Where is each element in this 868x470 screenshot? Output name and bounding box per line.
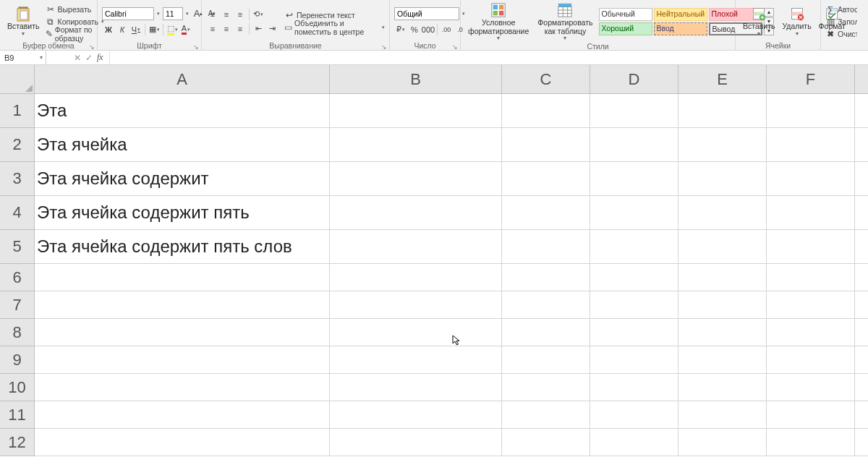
font-name-input[interactable] bbox=[102, 7, 154, 20]
percent-format-button[interactable]: % bbox=[408, 23, 421, 36]
cell[interactable] bbox=[330, 291, 502, 318]
style-neutral[interactable]: Нейтральный bbox=[654, 8, 707, 21]
cell-A4[interactable]: Эта ячейка содержит пять bbox=[35, 196, 330, 229]
fill-button[interactable]: ▥Заполн bbox=[825, 16, 857, 27]
bold-button[interactable]: Ж bbox=[102, 23, 115, 36]
comma-format-button[interactable]: 000 bbox=[422, 23, 435, 36]
row-header[interactable]: 4 bbox=[0, 196, 34, 230]
cell[interactable] bbox=[767, 374, 855, 401]
dialog-launcher-icon[interactable]: ↘ bbox=[193, 43, 199, 51]
style-input[interactable]: Ввод bbox=[654, 22, 707, 35]
style-good[interactable]: Хороший bbox=[599, 22, 652, 35]
cell[interactable] bbox=[330, 401, 502, 428]
paste-button[interactable]: Вставить▾ bbox=[4, 5, 43, 37]
cell[interactable] bbox=[330, 128, 502, 161]
row-header[interactable]: 8 bbox=[0, 319, 34, 346]
dialog-launcher-icon[interactable]: ↘ bbox=[381, 43, 387, 51]
cell[interactable] bbox=[502, 196, 590, 229]
insert-cells-button[interactable]: Вставить▾ bbox=[740, 5, 778, 37]
fill-color-button[interactable]: ⬚ bbox=[166, 23, 179, 36]
cell[interactable] bbox=[678, 94, 767, 127]
cell[interactable] bbox=[678, 401, 767, 428]
dialog-launcher-icon[interactable]: ↘ bbox=[89, 43, 95, 51]
cell[interactable] bbox=[502, 346, 590, 373]
cell[interactable] bbox=[678, 196, 767, 229]
cell-A2[interactable]: Эта ячейка bbox=[35, 128, 330, 161]
conditional-formatting-button[interactable]: Условное форматирование▾ bbox=[465, 1, 532, 42]
cell[interactable] bbox=[767, 401, 855, 428]
row-header[interactable]: 9 bbox=[0, 346, 34, 374]
format-as-table-button[interactable]: Форматировать как таблицу▾ bbox=[535, 1, 595, 42]
increase-indent-button[interactable]: ⇥ bbox=[265, 22, 278, 35]
insert-function-button[interactable]: fx bbox=[97, 52, 103, 63]
cell[interactable] bbox=[678, 374, 767, 401]
autosum-button[interactable]: ∑Автосу bbox=[825, 4, 857, 14]
select-all-corner[interactable] bbox=[0, 65, 35, 94]
cell[interactable] bbox=[590, 374, 678, 401]
cell[interactable] bbox=[502, 94, 590, 127]
cell[interactable] bbox=[330, 374, 502, 401]
cell[interactable] bbox=[590, 291, 678, 318]
chevron-down-icon[interactable]: ▾ bbox=[40, 54, 43, 61]
cut-button[interactable]: ✂ Вырезать bbox=[46, 4, 105, 14]
cell[interactable] bbox=[330, 196, 502, 229]
row-header[interactable]: 2 bbox=[0, 128, 34, 162]
cell[interactable] bbox=[502, 429, 590, 456]
cell[interactable] bbox=[767, 429, 855, 456]
row-header[interactable]: 1 bbox=[0, 94, 34, 128]
font-size-input[interactable] bbox=[163, 7, 183, 20]
cell[interactable] bbox=[767, 230, 855, 263]
cell[interactable] bbox=[678, 319, 767, 346]
cell[interactable] bbox=[35, 291, 330, 318]
row-header[interactable]: 3 bbox=[0, 162, 34, 196]
cell[interactable] bbox=[502, 230, 590, 263]
cell[interactable] bbox=[590, 230, 678, 263]
cell[interactable] bbox=[35, 264, 330, 291]
row-header[interactable]: 10 bbox=[0, 374, 34, 401]
enter-formula-button[interactable]: ✓ bbox=[85, 53, 93, 63]
col-header-F[interactable]: F bbox=[767, 65, 855, 93]
cell[interactable] bbox=[35, 346, 330, 373]
cell-A3[interactable]: Эта ячейка содержит bbox=[35, 162, 330, 195]
chevron-down-icon[interactable]: ▾ bbox=[155, 7, 162, 20]
cell[interactable] bbox=[330, 429, 502, 456]
name-box[interactable]: B9▾ bbox=[0, 51, 46, 64]
font-color-button[interactable]: A bbox=[179, 23, 192, 36]
italic-button[interactable]: К bbox=[116, 23, 129, 36]
underline-button[interactable]: Ч bbox=[129, 23, 142, 36]
align-left-button[interactable]: ≡ bbox=[206, 22, 219, 35]
cell[interactable] bbox=[590, 429, 678, 456]
accounting-format-button[interactable]: ₽ bbox=[394, 23, 407, 36]
cell[interactable] bbox=[502, 401, 590, 428]
cell-B1[interactable] bbox=[330, 94, 502, 127]
format-painter-button[interactable]: ✎ Формат по образцу bbox=[46, 28, 105, 39]
align-top-button[interactable]: ≡ bbox=[206, 8, 219, 21]
cell[interactable] bbox=[590, 162, 678, 195]
number-format-select[interactable] bbox=[394, 7, 459, 20]
cell[interactable] bbox=[767, 94, 855, 127]
row-header[interactable]: 6 bbox=[0, 264, 34, 291]
cell[interactable] bbox=[678, 128, 767, 161]
row-header[interactable]: 7 bbox=[0, 291, 34, 319]
align-center-button[interactable]: ≡ bbox=[220, 22, 233, 35]
cell[interactable] bbox=[330, 319, 502, 346]
cell[interactable] bbox=[590, 346, 678, 373]
cell[interactable] bbox=[330, 230, 502, 263]
cell[interactable] bbox=[767, 319, 855, 346]
cell[interactable] bbox=[502, 374, 590, 401]
cell[interactable] bbox=[502, 319, 590, 346]
row-header[interactable]: 5 bbox=[0, 230, 34, 264]
cell[interactable] bbox=[330, 162, 502, 195]
cell[interactable] bbox=[590, 196, 678, 229]
cell[interactable] bbox=[678, 162, 767, 195]
align-bottom-button[interactable]: ≡ bbox=[234, 8, 247, 21]
cell[interactable] bbox=[767, 291, 855, 318]
align-right-button[interactable]: ≡ bbox=[234, 22, 247, 35]
border-button[interactable]: ▦ bbox=[148, 23, 161, 36]
formula-input[interactable] bbox=[110, 51, 868, 64]
cell[interactable] bbox=[35, 374, 330, 401]
decrease-indent-button[interactable]: ⇤ bbox=[252, 22, 265, 35]
cell[interactable] bbox=[35, 319, 330, 346]
cell[interactable] bbox=[590, 319, 678, 346]
style-normal[interactable]: Обычный bbox=[599, 8, 652, 21]
